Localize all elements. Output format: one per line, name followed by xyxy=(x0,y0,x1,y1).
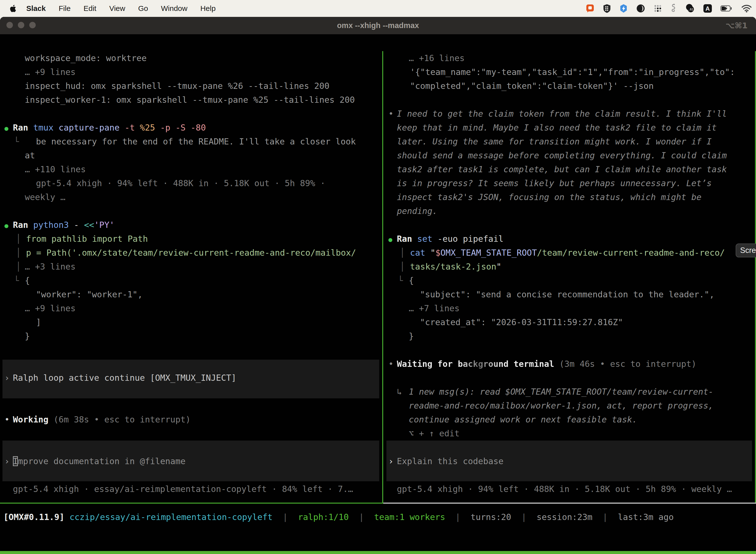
terminal-line: } xyxy=(384,329,755,343)
terminal-line: ●Ran tmux capture-pane -t %25 -p -S -80 xyxy=(0,121,382,134)
terminal-content[interactable]: workspace_mode: worktree… +9 linesinspec… xyxy=(0,34,756,554)
terminal-line: │tasks/task-2.json" xyxy=(384,260,755,274)
menu-item-help[interactable]: Help xyxy=(200,4,216,13)
pane-bottom-border-active xyxy=(0,503,383,504)
terminal-line: keep that in mind. Maybe I also need the… xyxy=(384,121,755,134)
terminal-line: ↳1 new msg(s): read $OMX_TEAM_STATE_ROOT… xyxy=(384,385,755,399)
input-source-icon[interactable]: A xyxy=(703,4,712,13)
terminal-line: weekly … xyxy=(0,190,382,204)
terminal-line: task2 after task1 is complete, but can I… xyxy=(384,162,755,176)
terminal-line: ] xyxy=(0,315,382,329)
terminal-line: … +110 lines xyxy=(0,162,382,176)
terminal-line: gpt-5.4 xhigh · 94% left · 488K in · 5.1… xyxy=(0,176,382,190)
terminal-line: │from pathlib import Path xyxy=(0,232,382,246)
terminal-line: gpt-5.4 xhigh · 94% left · 488K in · 5.1… xyxy=(384,482,755,496)
terminal-line: ●Ran set -euo pipefail xyxy=(384,232,755,246)
menu-status-icons: ..61 A xyxy=(585,3,752,13)
terminal-line: •Working (6m 38s • esc to interrupt) xyxy=(0,412,382,427)
battery-badge-icon[interactable]: ..61 xyxy=(685,3,695,13)
terminal-line: └be necessary for the end of the README.… xyxy=(0,134,382,149)
terminal-line: later. Using the same for transition mig… xyxy=(384,134,755,149)
wifi-icon[interactable] xyxy=(741,4,752,13)
moon-icon[interactable] xyxy=(636,4,645,13)
chat-app-icon[interactable] xyxy=(585,4,595,13)
terminal-line: inspect_worker-1: omx sparkshell --tmux-… xyxy=(0,93,382,107)
tmux-status-bar: [omx-cczip0:bash* "MacBook-Pro-44.local"… xyxy=(0,551,756,554)
window-shortcut: ⌥⌘1 xyxy=(726,17,748,34)
terminal-line: └{ xyxy=(384,274,755,287)
terminal-line: at xyxy=(0,149,382,162)
speed-bolt-icon[interactable] xyxy=(619,4,628,13)
terminal-line: ›Improve documentation in @filename xyxy=(0,454,382,468)
terminal-cursor: I xyxy=(13,456,18,466)
terminal-line: gpt-5.4 xhigh · essay/ai-reimplementatio… xyxy=(0,482,382,496)
pane-bottom-border-inactive xyxy=(383,503,756,504)
window-titlebar[interactable]: omx --xhigh --madmax ⌥⌘1 xyxy=(0,17,756,34)
omx-status-line: [OMX#0.11.9] cczip/essay/ai-reimplementa… xyxy=(3,510,674,524)
dots-grid-icon[interactable] xyxy=(653,4,662,13)
menu-app-name[interactable]: Slack xyxy=(26,4,46,13)
shield-icon[interactable] xyxy=(603,4,611,13)
menu-bar: SlackFileEditViewGoWindowHelp xyxy=(0,0,756,17)
menu-items: SlackFileEditViewGoWindowHelp xyxy=(16,4,215,13)
terminal-line: │… +3 lines xyxy=(0,260,382,274)
tmux-pane-left[interactable]: workspace_mode: worktree… +9 linesinspec… xyxy=(0,51,382,503)
svg-text:..61: ..61 xyxy=(688,7,693,11)
terminal-line: "created_at": "2026-03-31T11:59:27.816Z" xyxy=(384,315,755,329)
terminal-line: │cat "$OMX_TEAM_STATE_ROOT/team/review-c… xyxy=(384,246,755,260)
terminal-line: … +9 lines xyxy=(0,301,382,315)
terminal-line: inspect_hud: omx sparkshell --tmux-pane … xyxy=(0,79,382,93)
terminal-line: pending. xyxy=(384,204,755,218)
terminal-line: … +9 lines xyxy=(0,65,382,79)
tmux-session-label: [omx-cczip0:bash* xyxy=(3,551,89,554)
squiggle-icon[interactable] xyxy=(670,3,677,13)
screen-share-chip[interactable]: Scre xyxy=(736,243,756,258)
apple-menu-icon[interactable] xyxy=(9,4,16,13)
terminal-line: ●Ran python3 - <<'PY' xyxy=(0,218,382,232)
menu-item-window[interactable]: Window xyxy=(161,4,188,13)
terminal-line: ›Explain this codebase xyxy=(384,454,755,468)
terminal-line: readme-and-reco/mailbox/worker-1.json, a… xyxy=(384,399,755,412)
tmux-host-clock: "MacBook-Pro-44.local" 05:03 31-Mar-26 xyxy=(561,551,754,554)
terminal-line: '{"team_name":"my-team","task_id":"1","f… xyxy=(384,65,755,79)
menu-item-edit[interactable]: Edit xyxy=(83,4,97,13)
terminal-line: ›Ralph loop active continue [OMX_TMUX_IN… xyxy=(0,371,382,385)
terminal-line: ⌥ + ↑ edit xyxy=(384,427,755,440)
terminal-line: continue assigned work or next feasible … xyxy=(384,412,755,427)
menu-item-go[interactable]: Go xyxy=(138,4,148,13)
terminal-line: "subject": "send a concise recommendatio… xyxy=(384,287,755,301)
svg-text:A: A xyxy=(705,5,710,12)
battery-charging-icon[interactable] xyxy=(720,4,733,13)
terminal-line: inspect task2's JSON, focusing on the st… xyxy=(384,190,755,204)
terminal-line: workspace_mode: worktree xyxy=(0,51,382,65)
terminal-window: omx --xhigh --madmax ⌥⌘1 workspace_mode:… xyxy=(0,17,756,554)
terminal-line: "completed","claim_token":"claim-token"}… xyxy=(384,79,755,93)
terminal-line: … +7 lines xyxy=(384,301,755,315)
pane-right-edge-border xyxy=(755,51,756,503)
window-title: omx --xhigh --madmax xyxy=(0,17,756,34)
terminal-line: └{ xyxy=(0,274,382,287)
terminal-line: } xyxy=(0,329,382,343)
terminal-line: │p = Path('.omx/state/team/review-curren… xyxy=(0,246,382,260)
pane-divider[interactable] xyxy=(382,51,383,503)
menu-item-file[interactable]: File xyxy=(59,4,70,13)
terminal-line: should send a message before completing … xyxy=(384,149,755,162)
terminal-line: •Waiting for background terminal (3m 46s… xyxy=(384,357,755,371)
tmux-pane-right[interactable]: … +16 lines'{"team_name":"my-team","task… xyxy=(384,51,755,503)
menu-item-view[interactable]: View xyxy=(109,4,125,13)
terminal-line: is in progress? It seems likely but perh… xyxy=(384,176,755,190)
terminal-line: … +16 lines xyxy=(384,51,755,65)
terminal-line: •I need to get the claim token from the … xyxy=(384,107,755,121)
terminal-line: "worker": "worker-1", xyxy=(0,287,382,301)
